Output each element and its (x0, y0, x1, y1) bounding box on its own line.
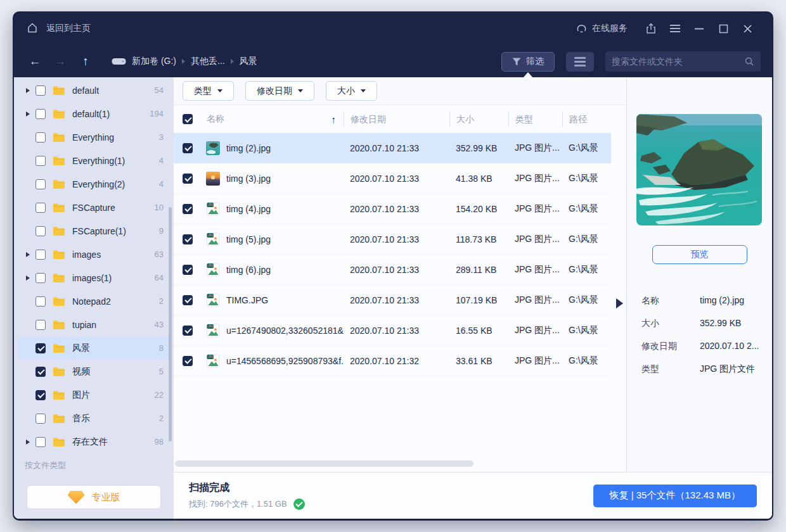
share-button[interactable] (639, 19, 663, 38)
sidebar-folder-item[interactable]: images(1) 64 (18, 266, 170, 289)
forward-arrow-button[interactable]: → (51, 52, 70, 71)
table-row[interactable]: timg (3).jpg 2020.07.10 21:33 41.38 KB J… (174, 163, 611, 194)
filter-dropdown[interactable]: 修改日期 (245, 81, 314, 101)
expand-caret-icon[interactable] (26, 88, 30, 93)
horizontal-scrollbar[interactable] (175, 460, 474, 467)
sidebar-folder-item[interactable]: Notepad2 2 (18, 289, 170, 313)
folder-checkbox[interactable] (35, 250, 46, 260)
table-row[interactable]: JPG u=1267490802,3326052181&... 2020.07.… (174, 315, 611, 346)
maximize-button[interactable] (711, 19, 735, 38)
sidebar-folder-item[interactable]: 图片 22 (18, 383, 170, 407)
row-checkbox[interactable] (183, 265, 193, 275)
column-header-name[interactable]: 名称 (207, 113, 224, 125)
minimize-button[interactable] (687, 19, 711, 38)
filter-button[interactable]: 筛选 (501, 52, 555, 72)
close-button[interactable] (735, 19, 759, 38)
column-header-size[interactable]: 大小 (449, 111, 508, 127)
folder-checkbox[interactable] (35, 320, 46, 330)
file-size: 33.61 KB (449, 356, 508, 366)
folder-checkbox[interactable] (35, 226, 46, 236)
sidebar-folder-item[interactable]: Everything 3 (18, 125, 170, 149)
sidebar-folder-item[interactable]: Everything(2) 4 (18, 172, 170, 196)
sidebar-folder-item[interactable]: default(1) 194 (18, 102, 170, 125)
breadcrumb-folder[interactable]: 其他丢... (191, 56, 225, 67)
menu-icon[interactable] (663, 19, 687, 38)
preview-button[interactable]: 预览 (652, 245, 747, 264)
folder-checkbox[interactable] (35, 273, 46, 283)
table-row[interactable]: timg (2).jpg 2020.07.10 21:33 352.99 KB … (174, 133, 611, 163)
select-all-checkbox[interactable] (183, 114, 193, 124)
row-checkbox[interactable] (183, 295, 193, 305)
search-input[interactable] (612, 56, 744, 66)
back-to-home[interactable]: 返回到主页 (27, 22, 91, 35)
svg-text:JPG: JPG (208, 203, 214, 206)
filter-dropdown[interactable]: 类型 (183, 81, 234, 101)
content-area: default 54 default(1) 194 Everything 3 (14, 77, 772, 519)
sidebar-folder-item[interactable]: FSCapture(1) 9 (18, 219, 170, 243)
folder-checkbox[interactable] (35, 437, 46, 447)
file-table-area: 类型 修改日期 大小 名称 ↑ 修改日期 大小 类型 路径 (174, 77, 626, 472)
folder-checkbox[interactable] (35, 179, 46, 189)
row-checkbox[interactable] (183, 356, 193, 366)
sidebar-folder-item[interactable]: 风景 8 (18, 336, 170, 360)
folder-label: images(1) (72, 273, 155, 283)
folder-checkbox[interactable] (35, 132, 46, 142)
row-checkbox[interactable] (183, 204, 193, 214)
recover-button[interactable]: 恢复 | 35个文件（132.43 MB） (593, 484, 757, 507)
folder-icon (53, 226, 65, 236)
row-checkbox[interactable] (183, 326, 193, 336)
folder-checkbox[interactable] (35, 296, 46, 307)
row-checkbox[interactable] (183, 174, 193, 184)
breadcrumb-current[interactable]: 风景 (240, 56, 257, 67)
sidebar-folder-item[interactable]: 存在文件 98 (18, 430, 170, 453)
table-row[interactable]: JPG TIMG.JPG 2020.07.10 21:33 107.19 KB … (174, 285, 611, 315)
expand-caret-icon[interactable] (26, 111, 30, 117)
folder-count: 54 (155, 86, 164, 95)
sidebar-scrollbar[interactable] (169, 207, 172, 441)
row-checkbox[interactable] (183, 143, 193, 153)
folder-checkbox[interactable] (35, 86, 46, 96)
sidebar-folder-item[interactable]: default 54 (18, 79, 170, 102)
table-row[interactable]: JPG timg (6).jpg 2020.07.10 21:33 289.11… (174, 255, 611, 285)
search-icon[interactable] (744, 56, 754, 66)
folder-checkbox[interactable] (35, 109, 46, 119)
column-header-date[interactable]: 修改日期 (344, 111, 449, 127)
search-box[interactable] (605, 51, 761, 72)
pro-version-button[interactable]: 专业版 (27, 485, 161, 509)
column-header-path[interactable]: 路径 (562, 111, 611, 127)
breadcrumb-separator-icon (231, 59, 234, 64)
back-arrow-button[interactable]: ← (25, 52, 44, 71)
table-row[interactable]: JPG u=1456568695,925908793&f... 2020.07.… (174, 346, 611, 376)
collapse-preview-arrow[interactable] (616, 298, 623, 308)
sort-ascending-icon[interactable]: ↑ (332, 114, 337, 125)
sidebar-folder-item[interactable]: tupian 43 (18, 313, 170, 336)
table-row[interactable]: JPG timg (4).jpg 2020.07.10 21:33 154.20… (174, 194, 611, 224)
filter-dropdown[interactable]: 大小 (326, 81, 377, 101)
sidebar-folder-item[interactable]: FSCapture 10 (18, 196, 170, 219)
sidebar-footer-label: 按文件类型 (25, 460, 174, 471)
expand-caret-icon[interactable] (26, 252, 30, 257)
folder-checkbox[interactable] (35, 414, 46, 424)
sidebar-folder-item[interactable]: images 63 (18, 243, 170, 266)
folder-icon (53, 203, 65, 213)
expand-caret-icon[interactable] (26, 440, 30, 445)
breadcrumb-drive[interactable]: 新加卷 (G:) (132, 56, 176, 67)
table-row[interactable]: JPG timg (5).jpg 2020.07.10 21:33 118.73… (174, 224, 611, 255)
expand-caret-icon[interactable] (26, 276, 30, 281)
folder-checkbox[interactable] (35, 390, 46, 400)
folder-checkbox[interactable] (35, 203, 46, 213)
online-service-button[interactable]: 在线服务 (576, 22, 628, 35)
view-options-button[interactable] (566, 52, 594, 72)
file-path: G:\风景 (562, 203, 611, 215)
sidebar-folder-item[interactable]: 视频 5 (18, 360, 170, 383)
up-arrow-button[interactable]: ↑ (76, 52, 95, 71)
file-path: G:\风景 (562, 325, 611, 336)
sidebar-folder-item[interactable]: 音乐 2 (18, 407, 170, 430)
folder-checkbox[interactable] (35, 343, 46, 353)
folder-checkbox[interactable] (35, 156, 46, 166)
folder-checkbox[interactable] (35, 367, 46, 377)
column-header-type[interactable]: 类型 (508, 111, 562, 127)
drive-icon (112, 57, 126, 66)
row-checkbox[interactable] (183, 234, 193, 244)
sidebar-folder-item[interactable]: Everything(1) 4 (18, 149, 170, 172)
